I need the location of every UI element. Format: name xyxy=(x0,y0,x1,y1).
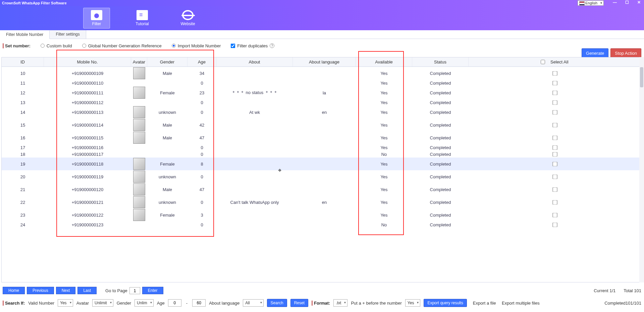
radio-export-file[interactable]: Export a file xyxy=(470,301,496,306)
th-age[interactable]: Age xyxy=(187,57,216,66)
table-row[interactable]: 17+9190000001160YesCompleted xyxy=(2,144,641,151)
cell-select[interactable] xyxy=(469,223,641,227)
page-input[interactable] xyxy=(129,287,140,294)
enter-button[interactable]: Enter xyxy=(142,287,163,294)
filter-icon xyxy=(91,10,102,20)
gender-select[interactable]: Unlim xyxy=(135,299,154,307)
th-gender[interactable]: Gender xyxy=(147,57,187,66)
row-checkbox[interactable] xyxy=(552,200,557,205)
put-plus-select[interactable]: Yes xyxy=(405,299,421,307)
table-row[interactable]: 13+9190000001120YesCompleted xyxy=(2,99,641,106)
next-button[interactable]: Next xyxy=(56,287,76,294)
row-checkbox[interactable] xyxy=(552,110,557,115)
minimize-icon[interactable]: — xyxy=(611,0,619,5)
generate-button[interactable]: Generate xyxy=(582,48,608,58)
table-row[interactable]: 24+9190000001230NoCompleted xyxy=(2,221,641,228)
maximize-icon[interactable]: ☐ xyxy=(623,0,631,5)
th-select-all[interactable]: Select All xyxy=(469,57,641,66)
cell-select[interactable] xyxy=(469,110,641,115)
row-checkbox[interactable] xyxy=(552,81,557,85)
cell-mobile: +919000000114 xyxy=(44,123,131,128)
cell-select[interactable] xyxy=(469,123,641,127)
cell-mobile: +919000000121 xyxy=(44,200,131,205)
table-row[interactable]: 22+919000000121unknown0Can't talk WhatsA… xyxy=(2,196,641,209)
last-button[interactable]: Last xyxy=(77,287,97,294)
radio-export-multi[interactable]: Export multiple files xyxy=(499,301,539,306)
row-checkbox[interactable] xyxy=(552,100,557,105)
select-all-checkbox[interactable] xyxy=(541,60,545,64)
age-from-input[interactable] xyxy=(168,299,181,307)
avatar-select[interactable]: Unlimit xyxy=(92,299,113,307)
help-icon[interactable]: ? xyxy=(270,43,274,48)
search-button[interactable]: Search xyxy=(267,299,287,307)
checkbox-filter-duplicates[interactable]: Filter duplicates? xyxy=(231,43,274,48)
close-icon[interactable]: ✕ xyxy=(635,0,643,5)
cell-select[interactable] xyxy=(469,200,641,205)
row-checkbox[interactable] xyxy=(552,175,557,179)
table-row[interactable]: 10+919000000109Male34YesCompleted xyxy=(2,67,641,80)
radio-global-ref[interactable]: Global Number Generation Reference xyxy=(82,43,162,48)
cell-select[interactable] xyxy=(469,136,641,140)
about-lang-select[interactable]: All xyxy=(243,299,263,307)
table-row[interactable]: 21+919000000120Male47YesCompleted xyxy=(2,183,641,196)
th-mobile[interactable]: Mobile No. xyxy=(44,57,131,66)
tab-filter-settings[interactable]: Filter settings xyxy=(50,30,86,39)
row-checkbox[interactable] xyxy=(552,213,557,217)
cell-select[interactable] xyxy=(469,187,641,192)
row-checkbox[interactable] xyxy=(552,136,557,140)
vertical-scrollbar[interactable] xyxy=(639,57,644,282)
th-status[interactable]: Status xyxy=(412,57,469,66)
cell-select[interactable] xyxy=(469,81,641,85)
cell-available: Yes xyxy=(356,174,412,179)
cell-mobile: +919000000117 xyxy=(44,152,131,157)
table-row[interactable]: 20+919000000119unknown0YesCompleted xyxy=(2,170,641,183)
table-row[interactable]: 12+919000000111Female23＊＊＊ no status ＊＊＊… xyxy=(2,86,641,99)
previous-button[interactable]: Previous xyxy=(27,287,54,294)
table-row[interactable]: 16+919000000115Male47YesCompleted xyxy=(2,131,641,144)
ribbon-tutorial[interactable]: Tutorial xyxy=(129,8,156,28)
cell-select[interactable] xyxy=(469,100,641,105)
row-checkbox[interactable] xyxy=(552,152,557,157)
row-checkbox[interactable] xyxy=(552,123,557,127)
row-checkbox[interactable] xyxy=(552,71,557,76)
radio-custom-build[interactable]: Custom build xyxy=(41,43,72,48)
stop-action-button[interactable]: Stop Action xyxy=(610,48,641,58)
row-checkbox[interactable] xyxy=(552,162,557,166)
language-selector[interactable]: English xyxy=(578,0,604,6)
table-row[interactable]: 14+919000000113unknown0At wkenYesComplet… xyxy=(2,106,641,119)
row-checkbox[interactable] xyxy=(552,187,557,192)
row-checkbox[interactable] xyxy=(552,145,557,150)
format-select[interactable]: .txt xyxy=(333,299,347,307)
table-row[interactable]: 19+919000000118Female8YesCompleted xyxy=(2,158,641,170)
title-bar: CrownSoft WhatsApp Filter Software Engli… xyxy=(0,0,644,6)
ribbon-website[interactable]: Website xyxy=(174,8,201,28)
th-about-language[interactable]: About language xyxy=(293,57,356,66)
cell-select[interactable] xyxy=(469,91,641,95)
row-checkbox[interactable] xyxy=(552,223,557,227)
th-available[interactable]: Available xyxy=(356,57,412,66)
home-button[interactable]: Home xyxy=(3,287,25,294)
cell-select[interactable] xyxy=(469,175,641,179)
table-row[interactable]: 15+919000000114Male42YesCompleted xyxy=(2,119,641,131)
tab-filter-mobile[interactable]: Filter Mobile Number xyxy=(0,31,50,39)
cell-select[interactable] xyxy=(469,145,641,150)
table-row[interactable]: 23+919000000122Female3YesCompleted xyxy=(2,209,641,221)
age-to-input[interactable] xyxy=(192,299,206,307)
export-query-button[interactable]: Export query results xyxy=(424,299,467,307)
tabs: Filter Mobile Number Filter settings xyxy=(0,30,644,39)
reset-button[interactable]: Reset xyxy=(290,299,308,307)
cell-id: 13 xyxy=(2,100,44,105)
th-about[interactable]: About xyxy=(216,57,293,66)
cell-select[interactable] xyxy=(469,152,641,157)
cell-select[interactable] xyxy=(469,162,641,166)
row-checkbox[interactable] xyxy=(552,91,557,95)
table-row[interactable]: 11+9190000001100YesCompleted xyxy=(2,80,641,86)
table-row[interactable]: 18+9190000001170NoCompleted xyxy=(2,151,641,158)
cell-select[interactable] xyxy=(469,71,641,76)
ribbon-filter[interactable]: Filter xyxy=(83,8,110,29)
radio-import-mobile[interactable]: Import Mobile Number xyxy=(172,43,221,48)
th-id[interactable]: ID xyxy=(2,57,44,66)
th-avatar[interactable]: Avatar xyxy=(131,57,147,66)
valid-number-select[interactable]: Yes xyxy=(58,299,73,307)
cell-select[interactable] xyxy=(469,213,641,217)
